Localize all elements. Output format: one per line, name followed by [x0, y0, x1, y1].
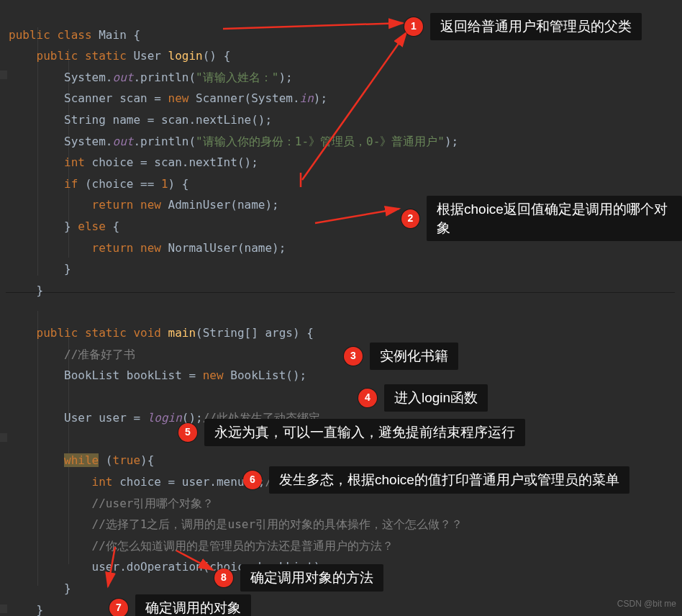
- pad: [9, 91, 64, 105]
- code-block: public class Main { public static User l…: [9, 3, 682, 616]
- gutter-marker-icon: [0, 433, 7, 442]
- pad: [9, 326, 37, 340]
- annotation-badge: 5: [178, 423, 197, 442]
- code-token: choice = scan.nextInt();: [92, 155, 258, 169]
- code-token: (choice ==: [85, 177, 161, 191]
- annotation-badge: 2: [401, 209, 419, 228]
- annotation-text: 发生多态，根据choice的值打印普通用户或管理员的菜单: [269, 466, 629, 494]
- code-token-highlight: while: [64, 453, 99, 467]
- code-token: {: [113, 219, 120, 233]
- code-token: (: [99, 453, 112, 467]
- code-token: System.: [64, 135, 112, 148]
- annotation-badge: 6: [243, 471, 262, 489]
- code-token: public static: [37, 49, 134, 63]
- annotation-8: 8 确定调用对象的方法: [214, 564, 383, 592]
- pad: [9, 560, 92, 574]
- code-comment: //你怎么知道调用的是管理员的方法还是普通用户的方法？: [92, 539, 394, 553]
- code-token: );: [278, 71, 292, 84]
- pad: [9, 155, 64, 169]
- annotation-2: 2 根据choice返回值确定是调用的哪个对象: [401, 196, 682, 241]
- annotation-badge: 3: [344, 347, 363, 366]
- pad: [9, 497, 92, 510]
- code-token: () {: [203, 49, 231, 63]
- annotation-text: 根据choice返回值确定是调用的哪个对象: [427, 196, 682, 241]
- code-token: System.: [64, 71, 112, 84]
- pad: [9, 219, 64, 233]
- code-token: in: [300, 91, 314, 105]
- code-token: public class: [9, 28, 99, 42]
- code-token: {: [127, 28, 140, 42]
- code-token: Main: [99, 28, 127, 42]
- pad: [9, 113, 64, 127]
- svg-rect-1: [0, 433, 7, 442]
- code-token: out: [113, 135, 134, 148]
- pad: [9, 517, 92, 531]
- code-token: .println(: [133, 71, 196, 84]
- code-string: "请输入姓名：": [196, 71, 278, 84]
- annotation-badge: 1: [404, 17, 423, 36]
- pad: [9, 71, 64, 84]
- code-token: ){: [140, 453, 154, 467]
- svg-rect-0: [0, 71, 7, 79]
- annotation-4: 4 进入login函数: [358, 384, 488, 412]
- svg-rect-2: [0, 604, 7, 613]
- pad: [9, 49, 37, 63]
- code-token: int: [92, 475, 120, 489]
- pad: [9, 539, 92, 553]
- code-token: login: [147, 411, 182, 425]
- annotation-text: 进入login函数: [384, 384, 488, 412]
- annotation-text: 实例化书籍: [370, 343, 458, 370]
- code-token: BookList bookList =: [64, 368, 203, 382]
- annotation-3: 3 实例化书籍: [344, 343, 458, 370]
- pad: [9, 411, 64, 425]
- annotation-1: 1 返回给普通用户和管理员的父类: [404, 13, 642, 40]
- code-token: login: [168, 49, 203, 63]
- code-token: new: [203, 368, 231, 382]
- annotation-6: 6 发生多态，根据choice的值打印普通用户或管理员的菜单: [243, 466, 629, 494]
- code-token: }: [37, 603, 44, 616]
- pad: [9, 348, 64, 361]
- code-token: public static void: [37, 326, 168, 340]
- pad: [9, 581, 64, 595]
- code-token: }: [64, 581, 71, 595]
- annotation-5: 5 永远为真，可以一直输入，避免提前结束程序运行: [178, 419, 525, 446]
- code-token: else: [78, 219, 112, 233]
- watermark: CSDN @bit me: [617, 596, 676, 612]
- code-editor: public class Main { public static User l…: [0, 0, 682, 616]
- code-token: AdminUser(name);: [168, 198, 279, 212]
- code-token: User user =: [64, 411, 147, 425]
- code-token: ) {: [168, 177, 189, 191]
- code-token: out: [113, 71, 134, 84]
- pad: [9, 241, 92, 255]
- code-token: String name = scan.nextLine();: [64, 113, 272, 127]
- code-token: }: [64, 219, 78, 233]
- pad: [9, 368, 64, 382]
- code-token: int: [64, 155, 92, 169]
- code-token: );: [314, 91, 327, 105]
- code-token: true: [113, 453, 141, 467]
- code-token: 1: [161, 177, 168, 191]
- annotation-badge: 7: [109, 599, 128, 616]
- gutter-marker-icon: [0, 71, 7, 79]
- code-token: if: [64, 177, 85, 191]
- code-token: main: [168, 326, 196, 340]
- pad: [9, 262, 64, 276]
- pad: [9, 453, 64, 467]
- annotation-badge: 4: [358, 389, 377, 407]
- gutter-marker-icon: [0, 604, 7, 613]
- annotation-badge: 8: [214, 569, 233, 587]
- annotation-text: 确定调用对象的方法: [240, 564, 383, 592]
- annotation-text: 返回给普通用户和管理员的父类: [430, 13, 642, 40]
- annotation-7: 7 确定调用的对象: [109, 594, 251, 616]
- code-token: Scanner scan =: [64, 91, 168, 105]
- code-token: );: [445, 135, 458, 148]
- code-token: .println(: [133, 135, 196, 148]
- code-comment: //选择了1之后，调用的是user引用的对象的具体操作，这个怎么做？？: [92, 517, 463, 531]
- pad: [9, 198, 92, 212]
- code-token: (String[] args) {: [196, 326, 314, 340]
- pad: [9, 475, 92, 489]
- pad: [9, 284, 37, 297]
- code-comment: //准备好了书: [64, 348, 135, 361]
- code-token: return new: [92, 198, 168, 212]
- code-token: Scanner(System.: [196, 91, 300, 105]
